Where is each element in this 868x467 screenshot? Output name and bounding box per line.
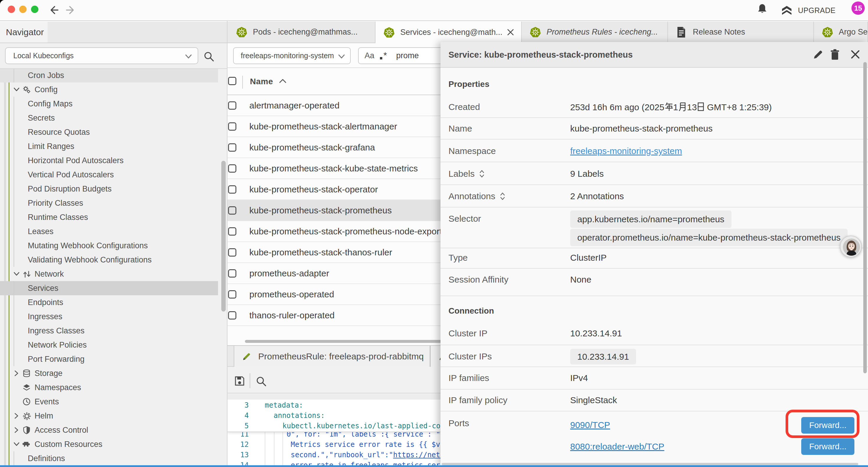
sidebar-item-resource-quotas[interactable]: Resource Quotas [0, 125, 218, 139]
chevron-right-icon [13, 370, 20, 377]
port-link[interactable]: 8080:reloader-web/TCP [570, 442, 664, 451]
window-title-bar: UPGRADE 15 [0, 0, 868, 21]
dock-tab[interactable]: PrometheusRule: freeleaps-prod-rabbitmq [234, 346, 430, 367]
edit-resource-icon[interactable] [812, 49, 824, 61]
presenter-avatar[interactable] [840, 236, 862, 258]
sidebar-item-label: Horizontal Pod Autoscalers [28, 156, 123, 165]
editor-search-icon[interactable] [255, 375, 267, 387]
sidebar-item-label: Events [35, 397, 59, 406]
value-badge: operator.prometheus.io/name=kube-prometh… [570, 229, 848, 246]
drawer-horizontal-scrollbar[interactable] [442, 463, 858, 465]
sidebar-item-horizontal-pod-autoscalers[interactable]: Horizontal Pod Autoscalers [0, 153, 218, 168]
tab-release[interactable]: Release Notes [668, 22, 814, 42]
save-icon[interactable] [234, 375, 245, 387]
sidebar-item-events[interactable]: Events [0, 395, 218, 409]
regex-toggle-icon[interactable]: * [379, 52, 390, 60]
close-tab-icon[interactable] [506, 28, 515, 36]
sidebar-item-limit-ranges[interactable]: Limit Ranges [0, 139, 218, 153]
row-checkbox[interactable] [228, 227, 236, 236]
namespace-select[interactable]: freeleaps-monitoring-system [233, 47, 351, 64]
tab-pods[interactable]: Pods - icecheng@mathmas... [228, 22, 375, 42]
sort-toggle-icon[interactable] [478, 169, 485, 178]
delete-resource-icon[interactable] [829, 49, 841, 61]
forward-button[interactable]: Forward... [801, 438, 855, 455]
tab-prometheus[interactable]: Prometheus Rules - icecheng... [522, 22, 668, 42]
sidebar-item-network-policies[interactable]: Network Policies [0, 338, 218, 352]
sidebar-item-namespaces[interactable]: Namespaces [0, 380, 218, 395]
row-checkbox[interactable] [228, 290, 236, 298]
notification-count-badge[interactable]: 15 [851, 1, 865, 15]
tab-argo[interactable]: Argo Se [814, 22, 868, 42]
drawer-row-label: Namespace [448, 146, 496, 156]
service-name-cell: prometheus-adapter [249, 263, 329, 284]
upgrade-button[interactable]: UPGRADE [780, 0, 836, 21]
sidebar-item-ingress-classes[interactable]: Ingress Classes [0, 324, 218, 338]
helm-icon [23, 412, 31, 420]
tab-label: Pods - icecheng@mathmas... [253, 28, 358, 37]
sidebar-item-leases[interactable]: Leases [0, 224, 218, 238]
row-checkbox[interactable] [228, 143, 236, 152]
sidebar-item-ingresses[interactable]: Ingresses [0, 310, 218, 324]
sidebar-item-pod-disruption-budgets[interactable]: Pod Disruption Budgets [0, 182, 218, 196]
sidebar-item-priority-classes[interactable]: Priority Classes [0, 196, 218, 210]
drawer-scrollbar[interactable] [863, 62, 867, 373]
sidebar-item-definitions[interactable]: Definitions [0, 451, 218, 465]
chevron-down-icon [185, 53, 192, 60]
row-checkbox[interactable] [228, 101, 236, 110]
drawer-row-separator [440, 296, 868, 296]
tree-indent-guide [13, 451, 14, 465]
sidebar-item-vertical-pod-autoscalers[interactable]: Vertical Pod Autoscalers [0, 168, 218, 182]
sidebar-item-config-maps[interactable]: Config Maps [0, 97, 218, 111]
zoom-window-button[interactable] [31, 6, 38, 13]
select-all-checkbox[interactable] [228, 77, 236, 85]
close-window-button[interactable] [8, 6, 15, 13]
kubernetes-icon [529, 26, 541, 38]
editor-indent-guide [274, 432, 275, 465]
sidebar-item-network[interactable]: Network [0, 267, 218, 281]
svg-text:*: * [383, 52, 387, 60]
cjk-glyph [678, 102, 687, 114]
row-checkbox[interactable] [228, 122, 236, 130]
row-checkbox[interactable] [228, 185, 236, 194]
row-checkbox[interactable] [228, 248, 236, 257]
sidebar-item-label: Custom Resources [35, 440, 102, 449]
sidebar-item-access-control[interactable]: Access Control [0, 423, 218, 437]
sidebar-item-cron-jobs[interactable]: Cron Jobs [0, 69, 218, 83]
port-link[interactable]: 9090/TCP [570, 420, 610, 430]
kubeconfig-row: Local Kubeconfigs [0, 43, 227, 69]
sidebar-item-runtime-classes[interactable]: Runtime Classes [0, 210, 218, 224]
row-checkbox[interactable] [228, 269, 236, 278]
sidebar-item-services[interactable]: Services [0, 281, 218, 295]
row-checkbox[interactable] [228, 311, 236, 320]
sidebar-scrollbar[interactable] [221, 161, 226, 312]
sidebar-item-endpoints[interactable]: Endpoints [0, 295, 218, 310]
row-checkbox[interactable] [228, 206, 236, 214]
row-checkbox[interactable] [228, 164, 236, 173]
sidebar-item-port-forwarding[interactable]: Port Forwarding [0, 352, 218, 366]
sidebar-item-helm[interactable]: Helm [0, 409, 218, 423]
minimize-window-button[interactable] [19, 6, 27, 13]
search-input[interactable]: prome [396, 51, 419, 60]
sort-toggle-icon[interactable] [499, 192, 506, 201]
sidebar-item-storage[interactable]: Storage [0, 366, 218, 380]
tab-services[interactable]: Services - icecheng@math... [375, 22, 522, 43]
notifications-bell-icon[interactable] [756, 3, 768, 15]
sidebar-item-secrets[interactable]: Secrets [0, 111, 218, 125]
match-case-toggle[interactable]: Aa [365, 51, 374, 60]
drawer-section-heading: Properties [448, 80, 490, 89]
name-column-header[interactable]: Name [250, 68, 273, 95]
edit-pencil-icon [242, 351, 252, 361]
sidebar-item-mutating-webhook-configurations[interactable]: Mutating Webhook Configurations [0, 238, 218, 253]
forward-icon[interactable] [66, 5, 76, 16]
sidebar-item-config[interactable]: Config [0, 83, 218, 97]
kubeconfig-select[interactable]: Local Kubeconfigs [5, 47, 198, 64]
sidebar-search-icon[interactable] [203, 51, 215, 62]
back-icon[interactable] [48, 5, 59, 16]
namespace-link[interactable]: freeleaps-monitoring-system [570, 146, 682, 156]
close-drawer-icon[interactable] [849, 49, 861, 60]
sidebar-item-custom-resources[interactable]: Custom Resources [0, 437, 218, 451]
sidebar-item-validating-webhook-configurations[interactable]: Validating Webhook Configurations [0, 253, 218, 267]
annotation-highlight-box [785, 410, 860, 438]
sort-ascending-icon[interactable] [278, 78, 287, 85]
line-number: 3 [227, 400, 249, 411]
